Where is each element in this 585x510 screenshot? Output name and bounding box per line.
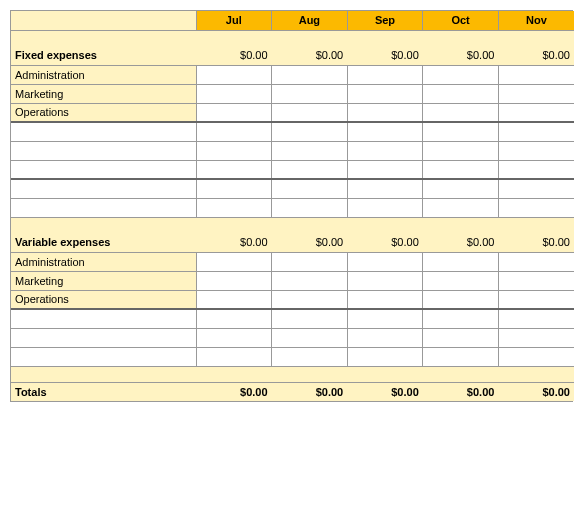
data-cell[interactable]: [196, 290, 272, 309]
category-label: Marketing: [11, 271, 196, 290]
category-row: Marketing: [11, 271, 574, 290]
data-cell[interactable]: [272, 271, 348, 290]
data-cell[interactable]: [272, 122, 348, 141]
totals-value-cell: $0.00: [498, 382, 574, 401]
category-label: Operations: [11, 290, 196, 309]
data-cell[interactable]: [498, 328, 574, 347]
section-value-cell[interactable]: $0.00: [347, 46, 423, 65]
data-cell[interactable]: [423, 252, 499, 271]
data-cell[interactable]: [423, 122, 499, 141]
data-cell[interactable]: [423, 160, 499, 179]
data-cell[interactable]: [272, 160, 348, 179]
data-cell[interactable]: [347, 290, 423, 309]
blank-label: [11, 122, 196, 141]
data-cell[interactable]: [347, 347, 423, 366]
data-cell[interactable]: [347, 198, 423, 217]
data-cell[interactable]: [347, 179, 423, 198]
data-cell[interactable]: [423, 347, 499, 366]
spacer: [11, 217, 574, 233]
blank-row: [11, 179, 574, 198]
month-header: Oct: [423, 11, 499, 30]
data-cell[interactable]: [272, 198, 348, 217]
section-value-cell[interactable]: $0.00: [498, 46, 574, 65]
data-cell[interactable]: [272, 103, 348, 122]
data-cell[interactable]: [423, 309, 499, 328]
data-cell[interactable]: [196, 252, 272, 271]
data-cell[interactable]: [347, 103, 423, 122]
data-cell[interactable]: [196, 122, 272, 141]
header-row: Jul Aug Sep Oct Nov: [11, 11, 574, 30]
data-cell[interactable]: [498, 160, 574, 179]
data-cell[interactable]: [196, 179, 272, 198]
data-cell[interactable]: [498, 141, 574, 160]
blank-row: [11, 309, 574, 328]
data-cell[interactable]: [498, 252, 574, 271]
data-cell[interactable]: [498, 271, 574, 290]
data-cell[interactable]: [423, 271, 499, 290]
category-row: Administration: [11, 252, 574, 271]
data-cell[interactable]: [498, 103, 574, 122]
data-cell[interactable]: [498, 65, 574, 84]
data-cell[interactable]: [272, 65, 348, 84]
section-value-cell[interactable]: $0.00: [272, 46, 348, 65]
totals-value-cell: $0.00: [347, 382, 423, 401]
section-value-cell[interactable]: $0.00: [423, 233, 499, 252]
data-cell[interactable]: [498, 309, 574, 328]
data-cell[interactable]: [347, 141, 423, 160]
data-cell[interactable]: [498, 179, 574, 198]
data-cell[interactable]: [347, 252, 423, 271]
totals-row: Totals $0.00 $0.00 $0.00 $0.00 $0.00: [11, 382, 574, 401]
data-cell[interactable]: [196, 141, 272, 160]
data-cell[interactable]: [196, 160, 272, 179]
blank-row: [11, 122, 574, 141]
data-cell[interactable]: [498, 84, 574, 103]
data-cell[interactable]: [423, 290, 499, 309]
data-cell[interactable]: [272, 84, 348, 103]
data-cell[interactable]: [272, 252, 348, 271]
data-cell[interactable]: [498, 290, 574, 309]
data-cell[interactable]: [196, 347, 272, 366]
data-cell[interactable]: [423, 84, 499, 103]
data-cell[interactable]: [347, 160, 423, 179]
spacer: [11, 30, 574, 46]
data-cell[interactable]: [272, 290, 348, 309]
data-cell[interactable]: [347, 122, 423, 141]
data-cell[interactable]: [272, 141, 348, 160]
data-cell[interactable]: [272, 179, 348, 198]
section-value-cell[interactable]: $0.00: [196, 233, 272, 252]
section-label: Fixed expenses: [11, 46, 196, 65]
data-cell[interactable]: [347, 309, 423, 328]
data-cell[interactable]: [196, 271, 272, 290]
data-cell[interactable]: [196, 198, 272, 217]
data-cell[interactable]: [347, 328, 423, 347]
data-cell[interactable]: [272, 309, 348, 328]
section-value-cell[interactable]: $0.00: [196, 46, 272, 65]
section-value-cell[interactable]: $0.00: [272, 233, 348, 252]
data-cell[interactable]: [272, 328, 348, 347]
data-cell[interactable]: [423, 103, 499, 122]
data-cell[interactable]: [347, 84, 423, 103]
data-cell[interactable]: [498, 122, 574, 141]
data-cell[interactable]: [423, 141, 499, 160]
data-cell[interactable]: [272, 347, 348, 366]
data-cell[interactable]: [423, 65, 499, 84]
data-cell[interactable]: [196, 309, 272, 328]
data-cell[interactable]: [196, 65, 272, 84]
data-cell[interactable]: [423, 328, 499, 347]
section-value-cell[interactable]: $0.00: [498, 233, 574, 252]
data-cell[interactable]: [196, 103, 272, 122]
category-label: Administration: [11, 65, 196, 84]
data-cell[interactable]: [196, 84, 272, 103]
data-cell[interactable]: [498, 198, 574, 217]
data-cell[interactable]: [498, 347, 574, 366]
data-cell[interactable]: [196, 328, 272, 347]
budget-table: Jul Aug Sep Oct Nov Fixed expenses $0.00…: [11, 11, 574, 401]
data-cell[interactable]: [347, 271, 423, 290]
section-variable-expenses: Variable expenses $0.00 $0.00 $0.00 $0.0…: [11, 233, 574, 252]
month-header: Sep: [347, 11, 423, 30]
data-cell[interactable]: [423, 179, 499, 198]
section-value-cell[interactable]: $0.00: [347, 233, 423, 252]
data-cell[interactable]: [423, 198, 499, 217]
section-value-cell[interactable]: $0.00: [423, 46, 499, 65]
data-cell[interactable]: [347, 65, 423, 84]
